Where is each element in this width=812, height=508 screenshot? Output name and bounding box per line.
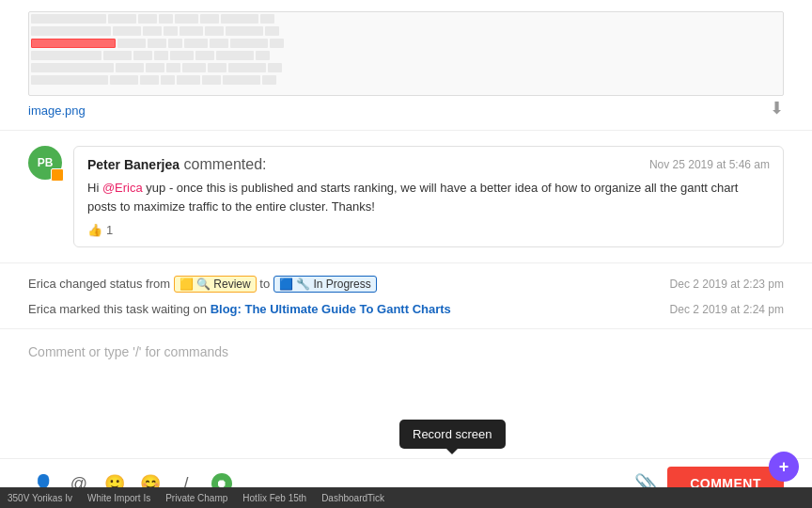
taskbar-item-5[interactable]: DashboardTick: [321, 493, 384, 503]
comment-action: commented:: [184, 156, 267, 172]
taskbar-item-3[interactable]: Private Champ: [165, 493, 227, 503]
like-count: 1: [106, 223, 113, 237]
comment-text-before: Hi: [87, 181, 102, 195]
comment-placeholder[interactable]: Comment or type '/' for commands: [28, 341, 784, 371]
status-line-2: Erica marked this task waiting on Blog: …: [28, 297, 784, 321]
comment-text: Hi @Erica yup - once this is published a…: [87, 179, 770, 215]
comment-timestamp: Nov 25 2019 at 5:46 am: [649, 158, 770, 171]
image-section: image.png ⬇: [0, 0, 812, 131]
commenter-name: Peter Banerjea: [87, 157, 180, 172]
status-section: Erica changed status from 🟨 🔍 Review to …: [0, 263, 812, 328]
fab-button[interactable]: +: [769, 452, 799, 482]
comment-text-after: yup - once this is published and starts …: [87, 181, 738, 214]
status-change-text-2: Erica marked this task waiting on Blog: …: [28, 302, 451, 316]
like-button[interactable]: 👍 1: [87, 223, 770, 237]
comment-body: Peter Banerjea commented: Nov 25 2019 at…: [73, 146, 784, 247]
comment-header: Peter Banerjea commented: Nov 25 2019 at…: [87, 156, 770, 173]
taskbar-item-2[interactable]: White Import Is: [87, 493, 150, 503]
avatar-badge: [51, 168, 64, 182]
taskbar: 350V Yorikas Iv White Import Is Private …: [0, 487, 812, 508]
spreadsheet-preview: [28, 11, 784, 96]
status-actor-1: Erica: [28, 277, 56, 291]
thumbs-up-icon: 👍: [87, 223, 102, 237]
download-button[interactable]: ⬇: [770, 98, 784, 119]
avatar: PB: [28, 146, 62, 180]
status-timestamp-2: Dec 2 2019 at 2:24 pm: [670, 303, 784, 316]
image-filename[interactable]: image.png: [28, 103, 86, 118]
record-tooltip: Record screen: [399, 420, 506, 449]
status-line-1: Erica changed status from 🟨 🔍 Review to …: [28, 271, 784, 297]
status-action-2: marked this task waiting on: [59, 302, 210, 316]
comment-meta: Peter Banerjea commented:: [87, 156, 267, 173]
spreadsheet-rows: [29, 12, 783, 89]
status-change-text-1: Erica changed status from 🟨 🔍 Review to …: [28, 276, 377, 293]
status-timestamp-1: Dec 2 2019 at 2:23 pm: [670, 278, 784, 291]
main-container: image.png ⬇ PB Peter Banerjea commented:…: [0, 0, 812, 508]
task-link[interactable]: Blog: The Ultimate Guide To Gantt Charts: [211, 302, 451, 316]
taskbar-item-4[interactable]: HotIix Feb 15th: [242, 493, 306, 503]
status-actor-2: Erica: [28, 302, 56, 316]
status-to-1: to: [259, 277, 273, 291]
from-status-badge: 🟨 🔍 Review: [174, 276, 257, 293]
status-action-1: changed status from: [59, 277, 173, 291]
comment-block: PB Peter Banerjea commented: Nov 25 2019…: [28, 146, 784, 247]
taskbar-item-1[interactable]: 350V Yorikas Iv: [8, 493, 72, 503]
comment-mention[interactable]: @Erica: [102, 181, 143, 195]
comment-section: PB Peter Banerjea commented: Nov 25 2019…: [0, 131, 812, 263]
to-status-badge: 🟦 🔧 In Progress: [273, 276, 377, 293]
